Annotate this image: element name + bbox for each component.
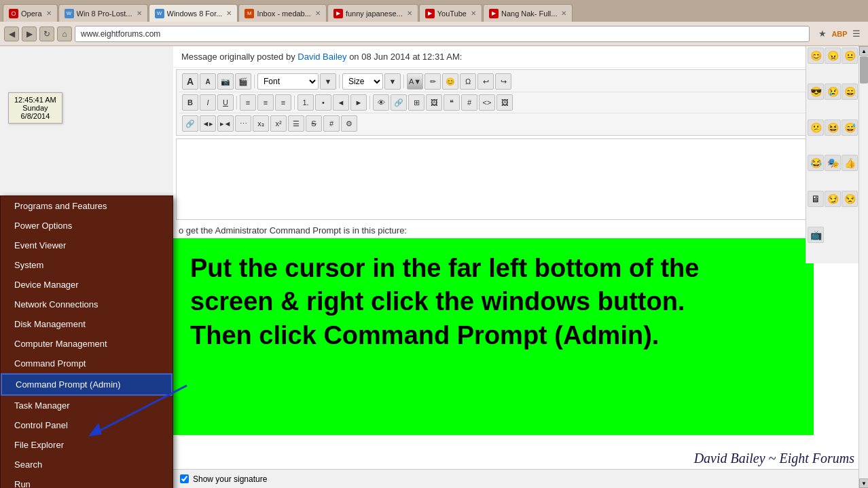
tab-funny[interactable]: ▶ funny japanese... ✕ <box>327 4 418 22</box>
code-block-btn[interactable]: <> <box>479 94 495 111</box>
align-justify-btn[interactable]: ☰ <box>288 115 304 132</box>
tab-nangnak-close[interactable]: ✕ <box>561 10 566 17</box>
link-btn[interactable]: 🔗 <box>391 94 407 111</box>
align-right-btn[interactable]: ≡ <box>275 94 291 111</box>
emoji-2[interactable]: 😠 <box>825 48 841 64</box>
emoji-7[interactable]: 😕 <box>808 119 824 136</box>
tab-windows8[interactable]: W Windows 8 For... ✕ <box>149 4 238 22</box>
menu-item-command-prompt-admin[interactable]: Command Prompt (Admin) <box>1 373 173 396</box>
emoji-14[interactable]: 😏 <box>825 191 841 207</box>
emoji-15[interactable]: 😒 <box>842 191 858 207</box>
forward-button[interactable]: ▶ <box>22 26 37 41</box>
subscript-btn[interactable]: x₂ <box>253 115 269 132</box>
font-dropdown-btn[interactable]: ▼ <box>320 73 336 90</box>
decrease-font-btn[interactable]: A <box>200 73 216 90</box>
menu-item-computer-management[interactable]: Computer Management <box>1 334 173 354</box>
size-select[interactable]: Size <box>342 73 383 90</box>
menu-item-control-panel[interactable]: Control Panel <box>1 415 173 435</box>
adblock-icon[interactable]: ABP <box>832 26 847 41</box>
address-input[interactable] <box>75 26 810 42</box>
emoji-8[interactable]: 😆 <box>825 119 841 136</box>
font-color-btn[interactable]: A▼ <box>407 73 423 90</box>
align-left-btn[interactable]: ≡ <box>240 94 256 111</box>
bold-btn[interactable]: B <box>182 94 198 111</box>
tab-opera[interactable]: O Opera ✕ <box>3 4 58 22</box>
increase-font-btn[interactable]: A <box>182 73 198 90</box>
menu-item-event-viewer[interactable]: Event Viewer <box>1 236 173 255</box>
scroll-track[interactable] <box>859 56 868 478</box>
menu-item-programs-features[interactable]: Programs and Features <box>1 196 173 216</box>
tab-windows8-close[interactable]: ✕ <box>226 10 232 17</box>
message-author[interactable]: David Bailey <box>297 52 346 62</box>
font-select[interactable]: Font <box>257 73 319 90</box>
widget-btn[interactable]: ⚙ <box>341 115 357 132</box>
tab-inbox-close[interactable]: ✕ <box>315 10 321 17</box>
media2-btn[interactable]: 🎬 <box>235 73 251 90</box>
menu-item-task-manager[interactable]: Task Manager <box>1 396 173 415</box>
tab-win8pro[interactable]: W Win 8 Pro-Lost... ✕ <box>58 4 148 22</box>
emoji-6[interactable]: 😄 <box>842 83 858 100</box>
link2-btn[interactable]: 🔗 <box>182 115 198 132</box>
media-btn[interactable]: 📷 <box>217 73 234 90</box>
smiley-btn[interactable]: 😊 <box>442 73 458 90</box>
tab-youtube-close[interactable]: ✕ <box>471 10 476 17</box>
paste-special-btn[interactable]: ⋯ <box>235 115 251 132</box>
outdent2-btn[interactable]: ▸◄ <box>217 115 234 132</box>
emoji-12[interactable]: 👍 <box>842 155 858 171</box>
tab-opera-close[interactable]: ✕ <box>46 10 52 17</box>
size-dropdown-btn[interactable]: ▼ <box>384 73 401 90</box>
scroll-up-btn[interactable]: ▲ <box>859 46 868 56</box>
table-btn[interactable]: ⊞ <box>408 94 424 111</box>
emoji-10[interactable]: 😂 <box>808 155 824 171</box>
emoji-5[interactable]: 😢 <box>825 83 841 100</box>
tab-inbox[interactable]: M Inbox - medab... ✕ <box>238 4 327 22</box>
tab-nangnak[interactable]: ▶ Nang Nak- Full... ✕ <box>483 4 573 22</box>
emoji-13[interactable]: 🖥 <box>808 191 824 207</box>
signature-checkbox[interactable] <box>180 474 189 483</box>
superscript-btn[interactable]: x² <box>270 115 287 132</box>
highlight-btn[interactable]: ✏ <box>424 73 441 90</box>
emoji-3[interactable]: 😐 <box>842 48 858 64</box>
menu-item-disk-management[interactable]: Disk Management <box>1 314 173 334</box>
home-button[interactable]: ⌂ <box>57 26 72 41</box>
strikethrough-btn[interactable]: S <box>306 115 322 132</box>
code-inline-btn[interactable]: # <box>461 94 477 111</box>
tab-youtube[interactable]: ▶ YouTube ✕ <box>419 4 482 22</box>
emoji-4[interactable]: 😎 <box>808 83 824 100</box>
media3-btn[interactable]: 🖼 <box>496 94 513 111</box>
emoji-16[interactable]: 📺 <box>808 227 824 243</box>
back-button[interactable]: ◀ <box>4 26 19 41</box>
bookmark-icon[interactable]: ★ <box>815 26 830 41</box>
tab-win8pro-close[interactable]: ✕ <box>137 10 142 17</box>
ordered-list-btn[interactable]: 1. <box>297 94 314 111</box>
special-btn[interactable]: Ω <box>460 73 476 90</box>
scroll-down-btn[interactable]: ▼ <box>859 478 868 488</box>
undo-btn[interactable]: ↩ <box>477 73 494 90</box>
tab-funny-close[interactable]: ✕ <box>407 10 412 17</box>
menu-item-search[interactable]: Search <box>1 455 173 474</box>
emoji-9[interactable]: 😅 <box>842 119 858 136</box>
menu-item-power-options[interactable]: Power Options <box>1 216 173 236</box>
menu-item-file-explorer[interactable]: File Explorer <box>1 435 173 455</box>
menu-item-network-connections[interactable]: Network Connections <box>1 295 173 314</box>
outdent-btn[interactable]: ◄ <box>333 94 349 111</box>
emoji-11[interactable]: 🎭 <box>825 155 841 171</box>
indent2-btn[interactable]: ◄▸ <box>200 115 216 132</box>
image-btn[interactable]: 🖼 <box>426 94 442 111</box>
spoiler-btn[interactable]: 👁 <box>373 94 389 111</box>
italic-btn[interactable]: I <box>200 94 216 111</box>
quote-btn[interactable]: ❝ <box>444 94 460 111</box>
unordered-list-btn[interactable]: • <box>315 94 331 111</box>
menu-item-device-manager[interactable]: Device Manager <box>1 275 173 295</box>
indent-btn[interactable]: ► <box>350 94 367 111</box>
redo-btn[interactable]: ↪ <box>495 73 511 90</box>
emoji-1[interactable]: 😊 <box>808 48 824 64</box>
menu-item-system[interactable]: System <box>1 255 173 275</box>
menu-item-run[interactable]: Run <box>1 474 173 488</box>
menu-icon[interactable]: ☰ <box>849 26 864 41</box>
menu-item-command-prompt[interactable]: Command Prompt <box>1 354 173 373</box>
align-center-btn[interactable]: ≡ <box>257 94 274 111</box>
reload-button[interactable]: ↻ <box>39 26 54 41</box>
editor-area[interactable] <box>176 138 865 220</box>
underline-btn[interactable]: U <box>217 94 234 111</box>
